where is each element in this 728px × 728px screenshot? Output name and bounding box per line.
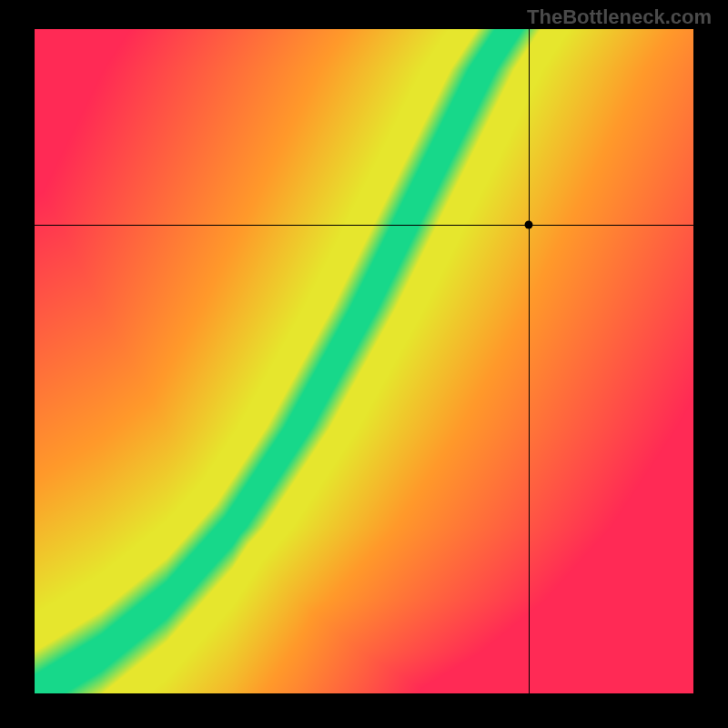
chart-container: TheBottleneck.com bbox=[0, 0, 728, 728]
heatmap-plot bbox=[35, 29, 693, 693]
heatmap-canvas bbox=[35, 29, 693, 693]
crosshair-horizontal bbox=[35, 225, 693, 226]
marker-dot bbox=[525, 221, 533, 229]
watermark-label: TheBottleneck.com bbox=[527, 5, 712, 29]
crosshair-vertical bbox=[529, 29, 530, 693]
